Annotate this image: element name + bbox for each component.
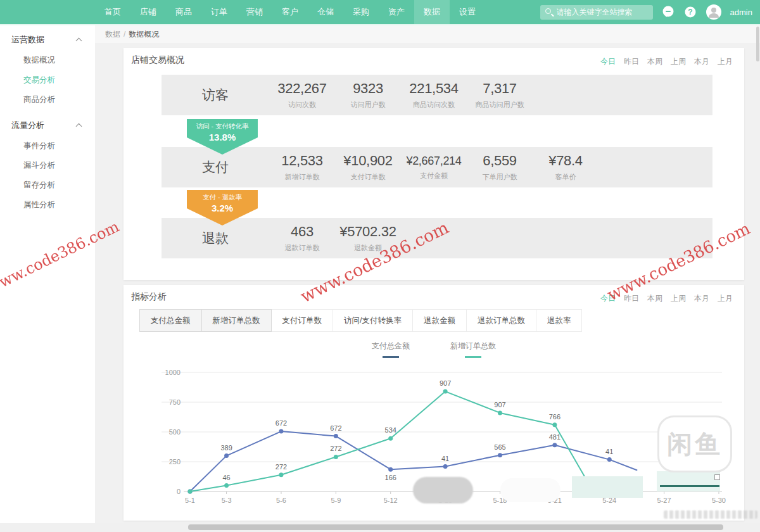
metric: 9323访问用户数 xyxy=(335,80,401,110)
metric-value: ¥10,902 xyxy=(335,153,401,169)
sidebar-group-label[interactable]: 运营数据 xyxy=(0,29,95,51)
data-point xyxy=(279,472,283,477)
help-icon[interactable]: ? xyxy=(683,5,697,19)
sidebar-item[interactable]: 漏斗分析 xyxy=(0,156,95,175)
nav-item[interactable]: 商品 xyxy=(166,0,201,24)
global-search xyxy=(540,5,653,20)
data-point xyxy=(552,422,557,427)
sidebar-item[interactable]: 数据概况 xyxy=(0,51,95,70)
metric-value: 221,534 xyxy=(401,80,467,97)
breadcrumb-separator: / xyxy=(124,30,125,39)
metric-label: 支付金额 xyxy=(401,171,467,180)
sidebar-item[interactable]: 留存分析 xyxy=(0,175,95,195)
data-point xyxy=(224,483,229,488)
breadcrumb-root[interactable]: 数据 xyxy=(105,30,120,39)
nav-item[interactable]: 资产 xyxy=(379,0,414,24)
avatar[interactable] xyxy=(706,4,722,20)
nav-item[interactable]: 店铺 xyxy=(130,0,166,24)
time-filter[interactable]: 上月 xyxy=(718,56,733,67)
erased-blob-teal xyxy=(657,471,720,491)
y-tick-label: 1000 xyxy=(165,369,180,376)
funnel-stage-label: 支付 xyxy=(162,158,269,176)
nav-item[interactable]: 首页 xyxy=(95,0,130,24)
metric-value: 7,317 xyxy=(467,80,533,97)
x-tick-label: 5-12 xyxy=(384,497,398,504)
x-tick-label: 5-9 xyxy=(331,497,341,504)
x-tick-label: 5-3 xyxy=(222,497,232,504)
erased-blob-gray xyxy=(413,477,473,504)
metric-label: 访问用户数 xyxy=(335,100,401,110)
breadcrumb: 数据/数据概况 xyxy=(95,25,760,43)
time-filter[interactable]: 上月 xyxy=(718,293,733,304)
data-point xyxy=(334,455,338,459)
nav-underline xyxy=(0,24,760,25)
chevron-up-icon xyxy=(76,38,82,44)
nav-item[interactable]: 采购 xyxy=(343,0,379,24)
metric-label: 访问次数 xyxy=(269,100,335,110)
metric: 322,267访问次数 xyxy=(269,80,335,110)
time-filter[interactable]: 上周 xyxy=(671,56,686,67)
nav-item[interactable]: 仓储 xyxy=(308,0,343,24)
tab-button[interactable]: 支付订单数 xyxy=(271,309,334,332)
funnel-stage-label: 访客 xyxy=(162,86,269,104)
time-filter[interactable]: 本周 xyxy=(647,293,662,304)
time-filter[interactable]: 本月 xyxy=(694,293,709,304)
vertical-scrollbar-thumb[interactable] xyxy=(756,27,759,61)
nav-item[interactable]: 客户 xyxy=(272,0,308,24)
data-label: 672 xyxy=(330,424,341,432)
sidebar-item[interactable]: 属性分析 xyxy=(0,195,95,215)
sidebar-item[interactable]: 事件分析 xyxy=(0,136,95,156)
data-point xyxy=(334,434,338,438)
time-filter[interactable]: 今日 xyxy=(600,56,616,67)
breadcrumb-current: 数据概况 xyxy=(129,30,159,39)
analysis-title: 指标分析 xyxy=(131,291,167,303)
metric-label: 支付订单数 xyxy=(335,172,401,182)
tab-button[interactable]: 访问/支付转换率 xyxy=(332,309,413,332)
tab-button[interactable]: 支付总金额 xyxy=(139,309,202,332)
data-point xyxy=(443,464,448,469)
search-icon xyxy=(545,8,551,14)
metric-value: 463 xyxy=(269,224,335,240)
metric: ¥78.4客单价 xyxy=(533,153,598,182)
time-filter[interactable]: 本月 xyxy=(694,56,709,67)
y-tick-label: 250 xyxy=(169,458,180,466)
shop-transaction-overview-card: 店铺交易概况 今日昨日本周上周本月上月 访客322,267访问次数9323访问用… xyxy=(124,48,744,280)
data-point xyxy=(388,467,393,472)
nav-item[interactable]: 订单 xyxy=(201,0,237,24)
data-label: 481 xyxy=(549,433,560,441)
time-filter[interactable]: 上周 xyxy=(671,293,686,304)
legend-label: 支付总金额 xyxy=(372,341,410,352)
data-label: 272 xyxy=(330,445,341,452)
erased-blob-teal xyxy=(572,476,643,498)
sidebar-item[interactable]: 商品分析 xyxy=(0,90,95,110)
conversion-arrow-rate: 3.2% xyxy=(187,203,258,213)
horizontal-scrollbar-track[interactable] xyxy=(0,523,760,532)
legend-color-line xyxy=(465,356,481,358)
tab-button[interactable]: 退款金额 xyxy=(412,309,467,332)
nav-right-cluster: ? admin xyxy=(540,0,752,24)
x-tick-label: 5-27 xyxy=(657,497,671,504)
username-label[interactable]: admin xyxy=(730,8,752,17)
legend-item[interactable]: 支付总金额 xyxy=(372,341,410,358)
tab-button[interactable]: 退款率 xyxy=(536,309,583,332)
search-input[interactable] xyxy=(540,5,653,20)
data-point xyxy=(607,457,612,462)
chevron-up-icon xyxy=(76,124,82,130)
sidebar-item[interactable]: 交易分析 xyxy=(0,70,95,90)
metric: 7,317商品访问用户数 xyxy=(467,80,533,110)
legend-item[interactable]: 新增订单总数 xyxy=(450,341,496,358)
nav-item[interactable]: 设置 xyxy=(450,0,485,24)
nav-item[interactable]: 营销 xyxy=(237,0,272,24)
time-filter[interactable]: 昨日 xyxy=(624,56,639,67)
tab-button[interactable]: 退款订单总数 xyxy=(466,309,536,332)
message-icon[interactable] xyxy=(661,5,675,19)
tab-button[interactable]: 新增订单总数 xyxy=(201,309,272,332)
metric-label: 退款订单数 xyxy=(269,243,335,253)
data-label: 389 xyxy=(220,444,232,452)
nav-item[interactable]: 数据 xyxy=(414,0,450,24)
sidebar-group-label[interactable]: 流量分析 xyxy=(0,115,95,136)
svg-text:?: ? xyxy=(688,8,692,16)
horizontal-scrollbar-thumb[interactable] xyxy=(188,524,723,530)
metric-value: ¥78.4 xyxy=(533,153,598,169)
time-filter[interactable]: 本周 xyxy=(647,56,662,67)
